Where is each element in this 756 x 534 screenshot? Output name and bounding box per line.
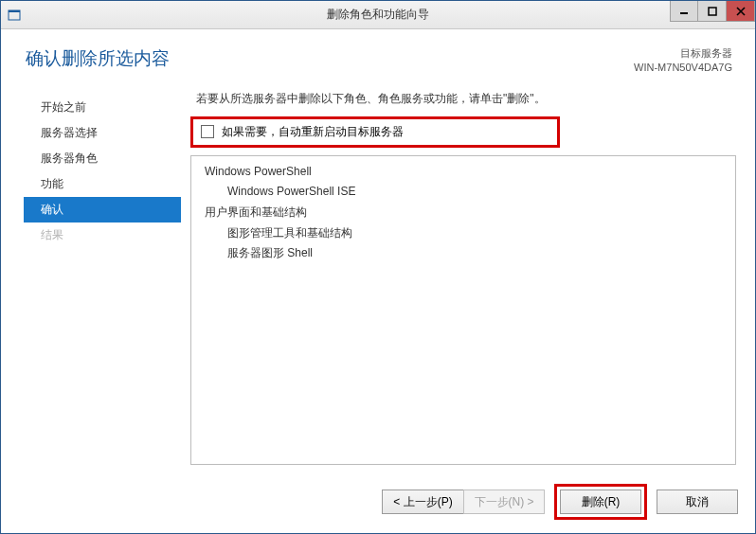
restart-checkbox-label: 如果需要，自动重新启动目标服务器 (222, 124, 404, 140)
step-server-selection[interactable]: 服务器选择 (24, 120, 181, 146)
minimize-button[interactable] (670, 1, 698, 22)
window-title: 删除角色和功能向导 (1, 7, 755, 23)
wizard-body: 确认删除所选内容 目标服务器 WIN-M7N50V4DA7G 开始之前 服务器选… (1, 29, 755, 474)
svg-rect-3 (709, 8, 716, 15)
target-server: WIN-M7N50V4DA7G (634, 61, 732, 75)
step-results: 结果 (24, 222, 181, 248)
header-row: 确认删除所选内容 目标服务器 WIN-M7N50V4DA7G (20, 46, 736, 76)
svg-rect-1 (9, 10, 20, 12)
maximize-button[interactable] (698, 1, 727, 22)
target-label: 目标服务器 (634, 46, 732, 61)
wizard-steps: 开始之前 服务器选择 服务器角色 功能 确认 结果 (20, 91, 181, 465)
step-confirmation[interactable]: 确认 (24, 197, 181, 222)
wizard-window: 删除角色和功能向导 确认删除所选内容 目标服务器 WIN-M7N50V4DA7G (0, 0, 756, 534)
close-button[interactable] (727, 1, 755, 22)
main-panel: 若要从所选服务器中删除以下角色、角色服务或功能，请单击"删除"。 如果需要，自动… (181, 91, 736, 465)
list-item: 图形管理工具和基础结构 (201, 223, 726, 244)
list-item: 用户界面和基础结构 (201, 203, 726, 223)
list-item: Windows PowerShell ISE (201, 182, 726, 203)
instruction-text: 若要从所选服务器中删除以下角色、角色服务或功能，请单击"删除"。 (190, 91, 736, 107)
remove-button[interactable]: 删除(R) (560, 490, 641, 514)
previous-button[interactable]: < 上一步(P) (382, 490, 463, 514)
list-item: Windows PowerShell (201, 162, 726, 183)
step-server-roles[interactable]: 服务器角色 (24, 146, 181, 171)
list-item: 服务器图形 Shell (201, 243, 726, 264)
footer: < 上一步(P) 下一步(N) > 删除(R) 取消 (1, 474, 755, 533)
app-icon (7, 8, 22, 23)
step-features[interactable]: 功能 (24, 171, 181, 197)
restart-checkbox[interactable] (201, 125, 214, 138)
titlebar: 删除角色和功能向导 (1, 1, 755, 29)
cancel-button[interactable]: 取消 (657, 490, 738, 514)
step-before-begin[interactable]: 开始之前 (24, 95, 181, 120)
restart-checkbox-row[interactable]: 如果需要，自动重新启动目标服务器 (190, 116, 560, 148)
content-row: 开始之前 服务器选择 服务器角色 功能 确认 结果 若要从所选服务器中删除以下角… (20, 91, 736, 465)
page-title: 确认删除所选内容 (20, 46, 170, 71)
target-info: 目标服务器 WIN-M7N50V4DA7G (634, 46, 736, 76)
next-button: 下一步(N) > (463, 490, 545, 514)
removal-list: Windows PowerShell Windows PowerShell IS… (190, 155, 736, 465)
remove-highlight: 删除(R) (554, 484, 647, 520)
